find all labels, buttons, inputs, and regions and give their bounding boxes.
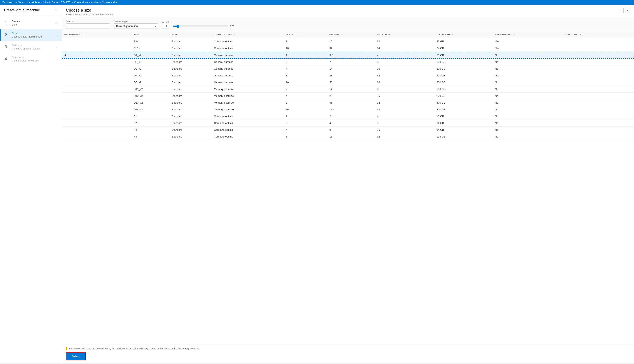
cell-recommended (62, 92, 131, 100)
cell-premiumDisk: No (493, 52, 562, 59)
cell-dataDisks: 32 (375, 38, 434, 45)
vcpu-min-input[interactable] (162, 24, 171, 29)
cell-premiumDisk: No (493, 86, 562, 92)
breadcrumb-dashboard[interactable]: Dashboard (3, 1, 14, 4)
table-row[interactable]: D12_v2StandardMemory optimize42816200 GB… (62, 92, 634, 100)
cell-type: Standard (169, 133, 212, 140)
col-gbram-label: GB RAM (329, 33, 339, 36)
col-recommended[interactable]: RECOMMEND... ⇕ (62, 31, 131, 38)
right-panel-header-text: Choose a size Browse the available sizes… (66, 8, 113, 16)
cell-dataDisks: 64 (375, 79, 434, 86)
cell-additionalF (562, 126, 634, 133)
col-vcpus-label: VCPUS (286, 33, 294, 36)
cell-sku: D2_v2 (131, 59, 169, 66)
col-type[interactable]: TYPE ⇕ (169, 31, 212, 38)
window-minimize-button[interactable]: □ (619, 8, 623, 13)
col-vcpus[interactable]: VCPUS ⇕ (283, 31, 327, 38)
sort-datadisks-icon: ⇕ (392, 34, 394, 36)
cell-additionalF (562, 52, 634, 59)
cell-recommended (62, 86, 131, 92)
cell-vcpus: 2 (283, 59, 327, 66)
panel-subtitle: Browse the available sizes and their fea… (66, 13, 113, 16)
sort-sku-icon: ⇕ (140, 34, 142, 36)
cell-sku: D5_v2 (131, 79, 169, 86)
close-wizard-button[interactable]: × (54, 8, 58, 12)
step-1-basics[interactable]: 1 Basics Done ✓ (0, 17, 62, 29)
col-datadisks[interactable]: DATA DISKS ⇕ (375, 31, 434, 38)
col-sku[interactable]: SKU ⇕ (131, 31, 169, 38)
cell-additionalF (562, 45, 634, 52)
cell-computeType: Compute optimiz (212, 45, 284, 52)
table-row[interactable]: ★D1_v2StandardGeneral purpose13.5450 GBN… (62, 52, 634, 59)
cell-computeType: General purpose (212, 79, 284, 86)
step-1-num: 1 (5, 20, 10, 26)
cell-recommended (62, 120, 131, 126)
select-button[interactable]: Select (66, 352, 86, 360)
table-row[interactable]: D5_v2StandardGeneral purpose165664800 GB… (62, 79, 634, 86)
breadcrumb-sep-4: > (72, 1, 73, 4)
step-3-content: 3 Settings Configure optional features (5, 44, 57, 50)
breadcrumb-new[interactable]: New (18, 1, 23, 4)
table-row[interactable]: F16sStandardCompute optimiz16326464 GBYe… (62, 45, 634, 52)
cell-dataDisks: 4 (375, 52, 434, 59)
cell-additionalF (562, 106, 634, 113)
breadcrumb-create-vm[interactable]: Create virtual machine (74, 1, 98, 4)
col-premiumdisk[interactable]: PREMIUM DIS... ⇕ (493, 31, 562, 38)
cell-vcpus: 4 (283, 126, 327, 133)
cell-localSsd: 32 GB (434, 38, 493, 45)
step-1-sub: Done (12, 23, 20, 26)
cell-dataDisks: 8 (375, 86, 434, 92)
cell-recommended (62, 133, 131, 140)
cell-additionalF (562, 133, 634, 140)
cell-sku: F8s (131, 38, 169, 45)
table-row[interactable]: D3_v2StandardGeneral purpose41416200 GBN… (62, 66, 634, 72)
cell-computeType: General purpose (212, 59, 284, 66)
vcpu-slider[interactable] (172, 25, 228, 28)
col-additionalf[interactable]: ADDITIONAL F... ⇕ (562, 31, 634, 38)
table-row[interactable]: F4StandardCompute optimiz481664 GBNo (62, 126, 634, 133)
table-row[interactable]: D13_v2StandardMemory optimize85632400 GB… (62, 100, 634, 106)
table-row[interactable]: D14_v2StandardMemory optimize1611264800 … (62, 106, 634, 113)
cell-recommended (62, 38, 131, 45)
cell-localSsd: 50 GB (434, 52, 493, 59)
col-compute-type[interactable]: COMPUTE TYPE ⇕ (212, 31, 284, 38)
cell-premiumDisk: No (493, 79, 562, 86)
cell-gbRam: 7 (327, 59, 375, 66)
cell-computeType: General purpose (212, 52, 284, 59)
table-row[interactable]: F8sStandardCompute optimiz8163232 GBYes (62, 38, 634, 45)
cell-localSsd: 64 GB (434, 45, 493, 52)
col-gbram[interactable]: GB RAM ⇕ (327, 31, 375, 38)
table-row[interactable]: D11_v2StandardMemory optimize2148100 GBN… (62, 86, 634, 92)
table-row[interactable]: F2StandardCompute optimiz24832 GBNo (62, 120, 634, 126)
cell-localSsd: 400 GB (434, 100, 493, 106)
table-row[interactable]: F1StandardCompute optimiz12416 GBNo (62, 113, 634, 120)
window-close-button[interactable]: × (625, 8, 630, 13)
cell-computeType: Memory optimize (212, 86, 284, 92)
cell-vcpus: 8 (283, 38, 327, 45)
table-row[interactable]: D2_v2StandardGeneral purpose278100 GBNo (62, 59, 634, 66)
table-row[interactable]: F8StandardCompute optimiz81632128 GBNo (62, 133, 634, 140)
compute-type-select[interactable]: Current generationPrevious generationAll (114, 23, 158, 29)
step-2-content: 2 Size Choose virtual machine size (5, 32, 57, 38)
cell-recommended (62, 59, 131, 66)
cell-localSsd: 200 GB (434, 66, 493, 72)
cell-additionalF (562, 120, 634, 126)
cell-localSsd: 64 GB (434, 126, 493, 133)
panel-title: Choose a size (66, 8, 113, 12)
breadcrumb-marketplace[interactable]: Marketplace (27, 1, 40, 4)
col-localssd[interactable]: LOCAL SSD ⇕ (434, 31, 493, 38)
sort-vcpus-icon: ⇕ (295, 34, 297, 36)
recommendation-note: Recommended sizes are determined by the … (66, 347, 630, 350)
table-body: F8sStandardCompute optimiz8163232 GBYesF… (62, 38, 634, 140)
cell-premiumDisk: No (493, 72, 562, 79)
table-row[interactable]: D4_v2StandardGeneral purpose82832400 GBN… (62, 72, 634, 79)
step-1-content: 1 Basics Done (5, 20, 55, 26)
search-input[interactable] (66, 23, 110, 29)
step-4-summary[interactable]: 4 Summary Ubuntu Server 16.04 LTS › (0, 53, 62, 65)
step-2-size[interactable]: 2 Size Choose virtual machine size › (0, 29, 62, 41)
breadcrumb-ubuntu[interactable]: Ubuntu Server 16.04 LTS (43, 1, 70, 4)
col-sku-label: SKU (134, 33, 139, 36)
step-3-settings[interactable]: 3 Settings Configure optional features › (0, 41, 62, 53)
cell-dataDisks: 32 (375, 100, 434, 106)
col-compute-type-label: COMPUTE TYPE (214, 33, 232, 36)
